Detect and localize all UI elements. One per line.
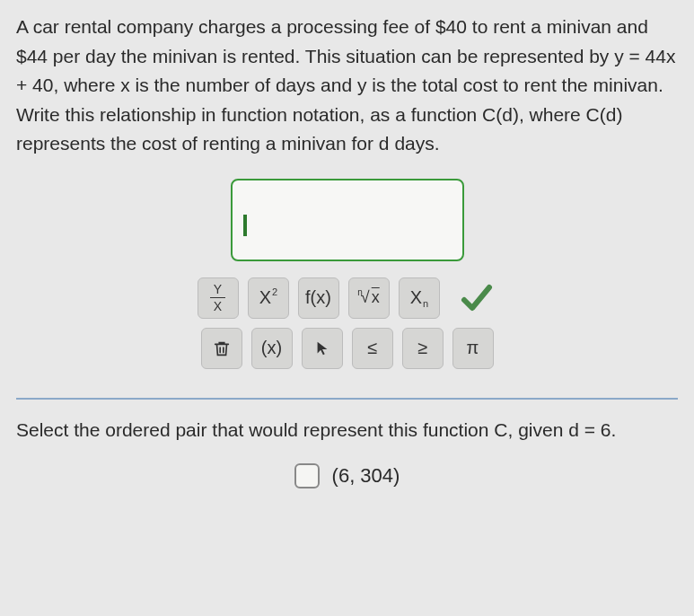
fraction-numerator: Y (210, 283, 225, 298)
section-divider (16, 398, 678, 400)
math-toolbar-row-1: Y X X2 f(x) n √ x Xn (198, 277, 497, 319)
less-equal-button[interactable]: ≤ (352, 328, 393, 369)
pi-label: π (467, 338, 479, 358)
subscript-base: X (410, 287, 422, 308)
exponent-base: X (259, 287, 271, 308)
greater-equal-label: ≥ (417, 338, 427, 358)
subscript-button[interactable]: Xn (399, 277, 440, 319)
math-toolbar-row-2: (x) ≤ ≥ π (201, 328, 494, 369)
answer-input-area: Y X X2 f(x) n √ x Xn (16, 179, 678, 378)
less-equal-label: ≤ (367, 338, 377, 358)
fraction-button[interactable]: Y X (198, 277, 239, 319)
parentheses-label: (x) (261, 338, 282, 358)
pointer-button[interactable] (302, 328, 343, 369)
function-button[interactable]: f(x) (298, 277, 339, 319)
exponent-power: 2 (272, 286, 277, 297)
greater-equal-button[interactable]: ≥ (402, 328, 444, 369)
submit-button[interactable] (456, 277, 497, 319)
trash-icon (212, 339, 232, 358)
answer-input[interactable] (231, 179, 464, 261)
checkbox-icon[interactable] (294, 463, 320, 488)
fraction-denominator: X (210, 298, 225, 312)
answer-option-1[interactable]: (6, 304) (16, 463, 678, 488)
option-label: (6, 304) (332, 464, 400, 488)
pointer-icon (314, 340, 330, 356)
parentheses-button[interactable]: (x) (251, 328, 293, 369)
pi-button[interactable]: π (452, 328, 494, 369)
delete-button[interactable] (201, 328, 242, 369)
root-index: n (357, 287, 363, 297)
root-arg: x (370, 288, 380, 307)
question-text: A car rental company charges a processin… (16, 13, 678, 159)
followup-text: Select the ordered pair that would repre… (16, 416, 678, 444)
nth-root-button[interactable]: n √ x (348, 277, 390, 319)
text-cursor (243, 215, 247, 236)
exponent-button[interactable]: X2 (248, 277, 289, 319)
subscript-index: n (423, 298, 428, 309)
checkmark-icon (459, 280, 495, 316)
function-label: f(x) (305, 287, 331, 308)
